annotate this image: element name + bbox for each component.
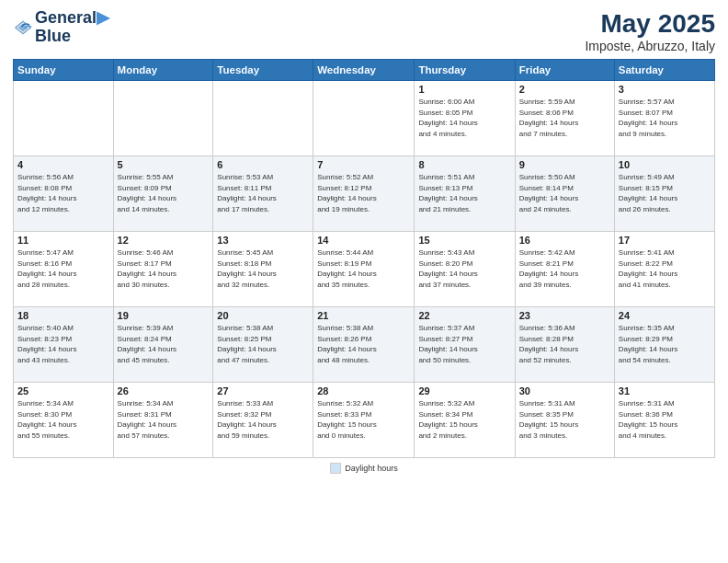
calendar-cell: 22Sunrise: 5:37 AM Sunset: 8:27 PM Dayli… — [415, 307, 515, 383]
day-number: 20 — [217, 310, 309, 321]
calendar-cell: 28Sunrise: 5:32 AM Sunset: 8:33 PM Dayli… — [313, 383, 415, 458]
calendar-cell: 13Sunrise: 5:45 AM Sunset: 8:18 PM Dayli… — [213, 232, 313, 307]
legend-daylight: Daylight hours — [330, 463, 398, 474]
calendar-cell: 9Sunrise: 5:50 AM Sunset: 8:14 PM Daylig… — [515, 156, 614, 232]
day-number: 24 — [619, 310, 711, 321]
header: General▶ Blue May 2025 Imposte, Abruzzo,… — [13, 9, 715, 53]
day-number: 23 — [519, 310, 610, 321]
calendar-cell: 11Sunrise: 5:47 AM Sunset: 8:16 PM Dayli… — [14, 232, 114, 307]
day-info: Sunrise: 5:38 AM Sunset: 8:25 PM Dayligh… — [217, 323, 309, 365]
logo: General▶ Blue — [13, 9, 109, 46]
day-number: 2 — [519, 84, 610, 95]
day-info: Sunrise: 5:49 AM Sunset: 8:15 PM Dayligh… — [619, 172, 711, 214]
day-number: 7 — [317, 159, 410, 170]
calendar-cell: 17Sunrise: 5:41 AM Sunset: 8:22 PM Dayli… — [614, 232, 714, 307]
calendar-cell: 23Sunrise: 5:36 AM Sunset: 8:28 PM Dayli… — [515, 307, 614, 383]
calendar-cell: 3Sunrise: 5:57 AM Sunset: 8:07 PM Daylig… — [614, 81, 714, 156]
day-info: Sunrise: 5:51 AM Sunset: 8:13 PM Dayligh… — [418, 172, 510, 214]
day-number: 28 — [317, 385, 410, 396]
calendar-cell: 27Sunrise: 5:33 AM Sunset: 8:32 PM Dayli… — [213, 383, 313, 458]
day-info: Sunrise: 5:40 AM Sunset: 8:23 PM Dayligh… — [17, 323, 109, 365]
day-info: Sunrise: 5:55 AM Sunset: 8:09 PM Dayligh… — [118, 172, 210, 214]
day-info: Sunrise: 5:41 AM Sunset: 8:22 PM Dayligh… — [619, 247, 711, 290]
calendar-cell: 31Sunrise: 5:31 AM Sunset: 8:36 PM Dayli… — [614, 383, 714, 458]
day-number: 6 — [217, 159, 309, 170]
day-number: 4 — [17, 159, 109, 170]
calendar-cell — [14, 81, 114, 156]
day-info: Sunrise: 5:43 AM Sunset: 8:20 PM Dayligh… — [418, 247, 510, 290]
day-number: 5 — [118, 159, 210, 170]
day-number: 30 — [519, 385, 610, 396]
legend-daylight-label: Daylight hours — [345, 464, 398, 473]
day-info: Sunrise: 5:39 AM Sunset: 8:24 PM Dayligh… — [118, 323, 210, 365]
day-info: Sunrise: 5:36 AM Sunset: 8:28 PM Dayligh… — [519, 323, 610, 365]
day-info: Sunrise: 5:31 AM Sunset: 8:36 PM Dayligh… — [619, 398, 711, 441]
calendar-week-4: 18Sunrise: 5:40 AM Sunset: 8:23 PM Dayli… — [14, 307, 715, 383]
day-info: Sunrise: 5:35 AM Sunset: 8:29 PM Dayligh… — [619, 323, 711, 365]
col-tuesday: Tuesday — [213, 60, 313, 81]
day-number: 31 — [619, 385, 711, 396]
calendar-cell: 5Sunrise: 5:55 AM Sunset: 8:09 PM Daylig… — [113, 156, 213, 232]
calendar-cell: 21Sunrise: 5:38 AM Sunset: 8:26 PM Dayli… — [313, 307, 415, 383]
calendar-cell: 12Sunrise: 5:46 AM Sunset: 8:17 PM Dayli… — [113, 232, 213, 307]
day-info: Sunrise: 5:52 AM Sunset: 8:12 PM Dayligh… — [317, 172, 410, 214]
calendar-cell: 6Sunrise: 5:53 AM Sunset: 8:11 PM Daylig… — [213, 156, 313, 232]
calendar-cell: 16Sunrise: 5:42 AM Sunset: 8:21 PM Dayli… — [515, 232, 614, 307]
day-info: Sunrise: 5:34 AM Sunset: 8:31 PM Dayligh… — [118, 398, 210, 441]
calendar-cell: 7Sunrise: 5:52 AM Sunset: 8:12 PM Daylig… — [313, 156, 415, 232]
day-info: Sunrise: 5:31 AM Sunset: 8:35 PM Dayligh… — [519, 398, 610, 441]
day-number: 1 — [418, 84, 510, 95]
logo-text: General▶ Blue — [35, 9, 109, 46]
day-number: 25 — [17, 385, 109, 396]
col-sunday: Sunday — [14, 60, 114, 81]
day-info: Sunrise: 5:32 AM Sunset: 8:34 PM Dayligh… — [418, 398, 510, 441]
day-info: Sunrise: 5:47 AM Sunset: 8:16 PM Dayligh… — [17, 247, 109, 290]
day-number: 27 — [217, 385, 309, 396]
day-info: Sunrise: 5:34 AM Sunset: 8:30 PM Dayligh… — [17, 398, 109, 441]
col-saturday: Saturday — [614, 60, 714, 81]
day-info: Sunrise: 6:00 AM Sunset: 8:05 PM Dayligh… — [418, 97, 510, 139]
col-thursday: Thursday — [415, 60, 515, 81]
day-info: Sunrise: 5:33 AM Sunset: 8:32 PM Dayligh… — [217, 398, 309, 441]
day-info: Sunrise: 5:50 AM Sunset: 8:14 PM Dayligh… — [519, 172, 610, 214]
calendar-cell: 25Sunrise: 5:34 AM Sunset: 8:30 PM Dayli… — [14, 383, 114, 458]
day-number: 8 — [418, 159, 510, 170]
logo-icon — [13, 17, 33, 38]
calendar-week-5: 25Sunrise: 5:34 AM Sunset: 8:30 PM Dayli… — [14, 383, 715, 458]
day-number: 29 — [418, 385, 510, 396]
calendar-cell: 19Sunrise: 5:39 AM Sunset: 8:24 PM Dayli… — [113, 307, 213, 383]
calendar-week-1: 1Sunrise: 6:00 AM Sunset: 8:05 PM Daylig… — [14, 81, 715, 156]
location-subtitle: Imposte, Abruzzo, Italy — [585, 39, 715, 53]
calendar-cell: 15Sunrise: 5:43 AM Sunset: 8:20 PM Dayli… — [415, 232, 515, 307]
calendar-cell: 1Sunrise: 6:00 AM Sunset: 8:05 PM Daylig… — [415, 81, 515, 156]
calendar-week-3: 11Sunrise: 5:47 AM Sunset: 8:16 PM Dayli… — [14, 232, 715, 307]
legend-box — [330, 463, 341, 474]
calendar-cell — [113, 81, 213, 156]
day-number: 15 — [418, 235, 510, 246]
calendar-cell: 2Sunrise: 5:59 AM Sunset: 8:06 PM Daylig… — [515, 81, 614, 156]
day-info: Sunrise: 5:59 AM Sunset: 8:06 PM Dayligh… — [519, 97, 610, 139]
calendar-cell: 4Sunrise: 5:56 AM Sunset: 8:08 PM Daylig… — [14, 156, 114, 232]
calendar-cell: 26Sunrise: 5:34 AM Sunset: 8:31 PM Dayli… — [113, 383, 213, 458]
page: General▶ Blue May 2025 Imposte, Abruzzo,… — [0, 0, 728, 563]
day-number: 3 — [619, 84, 711, 95]
day-number: 19 — [118, 310, 210, 321]
day-info: Sunrise: 5:44 AM Sunset: 8:19 PM Dayligh… — [317, 247, 410, 290]
day-number: 9 — [519, 159, 610, 170]
title-block: May 2025 Imposte, Abruzzo, Italy — [585, 9, 715, 53]
calendar-cell: 14Sunrise: 5:44 AM Sunset: 8:19 PM Dayli… — [313, 232, 415, 307]
calendar-cell: 29Sunrise: 5:32 AM Sunset: 8:34 PM Dayli… — [415, 383, 515, 458]
day-number: 14 — [317, 235, 410, 246]
day-number: 17 — [619, 235, 711, 246]
day-info: Sunrise: 5:32 AM Sunset: 8:33 PM Dayligh… — [317, 398, 410, 441]
day-info: Sunrise: 5:46 AM Sunset: 8:17 PM Dayligh… — [118, 247, 210, 290]
calendar-cell — [213, 81, 313, 156]
day-info: Sunrise: 5:42 AM Sunset: 8:21 PM Dayligh… — [519, 247, 610, 290]
day-number: 16 — [519, 235, 610, 246]
calendar-cell: 24Sunrise: 5:35 AM Sunset: 8:29 PM Dayli… — [614, 307, 714, 383]
calendar: Sunday Monday Tuesday Wednesday Thursday… — [13, 59, 715, 458]
col-monday: Monday — [113, 60, 213, 81]
day-number: 26 — [118, 385, 210, 396]
month-title: May 2025 — [585, 9, 715, 39]
day-info: Sunrise: 5:38 AM Sunset: 8:26 PM Dayligh… — [317, 323, 410, 365]
